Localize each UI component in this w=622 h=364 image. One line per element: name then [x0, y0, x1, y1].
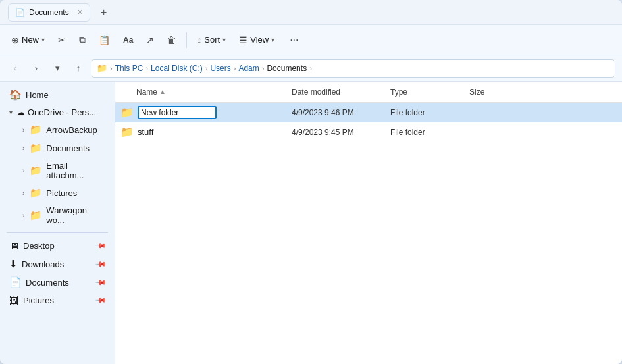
- sidebar-onedrive[interactable]: ▾ ☁ OneDrive - Pers...: [3, 104, 112, 120]
- breadcrumb-folder-icon: 📁: [97, 63, 107, 73]
- sidebar-divider: [7, 232, 108, 233]
- arrowbackup-folder-icon: 📁: [30, 124, 42, 136]
- table-row[interactable]: 📁 4/9/2023 9:46 PM File folder: [115, 103, 622, 122]
- file-date-cell-1: 4/9/2023 9:45 PM: [292, 128, 390, 137]
- onedrive-icon: ☁: [16, 107, 25, 117]
- email-chevron-icon: ›: [22, 167, 24, 174]
- breadcrumb-users[interactable]: Users: [210, 64, 230, 73]
- downloads-icon: ⬇: [9, 258, 18, 270]
- sidebar-item-pictures-pinned[interactable]: 🖼 Pictures 📌: [3, 292, 112, 309]
- delete-icon: 🗑: [167, 35, 176, 45]
- sidebar-email-label: Email attachm...: [46, 161, 105, 180]
- col-header-type[interactable]: Type: [390, 88, 469, 97]
- sidebar-item-documents-pinned[interactable]: 📄 Documents 📌: [3, 273, 112, 292]
- folder-icon-0: 📁: [120, 106, 134, 118]
- more-button[interactable]: ···: [284, 31, 303, 49]
- sidebar: 🏠 Home ▾ ☁ OneDrive - Pers... › 📁 ArrowB…: [0, 82, 115, 364]
- sidebar-home-label: Home: [26, 90, 49, 100]
- warwagon-chevron-icon: ›: [22, 212, 24, 219]
- documents-tab[interactable]: 📄 Documents ✕: [8, 3, 90, 22]
- file-explorer-window: 📄 Documents ✕ + ⊕ New ▾ ✂ ⧉ 📋 Aa ↗ 🗑: [0, 0, 622, 364]
- sidebar-item-documents-child[interactable]: › 📁 Documents: [3, 139, 112, 157]
- sidebar-item-home[interactable]: 🏠 Home: [3, 86, 112, 104]
- breadcrumb-sep-5: ›: [309, 65, 312, 72]
- forward-button[interactable]: ›: [28, 60, 45, 77]
- sidebar-pictures-label: Pictures: [46, 188, 77, 198]
- file-type-0: File folder: [390, 108, 425, 117]
- back-button[interactable]: ‹: [7, 60, 24, 77]
- documents-pinned-icon: 📄: [9, 276, 22, 288]
- email-folder-icon: 📁: [30, 165, 42, 176]
- sidebar-warwagon-label: Warwagon wo...: [46, 205, 105, 225]
- sidebar-onedrive-label: OneDrive - Pers...: [28, 107, 96, 117]
- docs-chevron-icon: ›: [22, 145, 24, 152]
- sidebar-item-desktop[interactable]: 🖥 Desktop 📌: [3, 237, 112, 255]
- rename-icon: Aa: [123, 36, 133, 45]
- new-plus-icon: ⊕: [11, 35, 19, 45]
- home-icon: 🏠: [9, 89, 22, 101]
- paste-button[interactable]: 📋: [93, 31, 116, 49]
- breadcrumb-sep-4: ›: [262, 65, 265, 72]
- breadcrumb-localdisk[interactable]: Local Disk (C:): [151, 64, 203, 73]
- tab-file-icon: 📄: [15, 8, 25, 17]
- col-size-label: Size: [469, 88, 484, 97]
- paste-icon: 📋: [99, 35, 110, 45]
- file-name-cell-0: 📁: [120, 106, 292, 119]
- view-dropdown-icon: ▾: [271, 36, 274, 43]
- documents-folder-icon: 📁: [30, 142, 42, 154]
- col-header-date[interactable]: Date modified: [292, 88, 390, 97]
- share-button[interactable]: ↗: [140, 31, 160, 49]
- tab-close-button[interactable]: ✕: [77, 9, 83, 16]
- desktop-icon: 🖥: [9, 240, 19, 251]
- sidebar-downloads-label: Downloads: [22, 259, 64, 269]
- rename-button[interactable]: Aa: [117, 32, 139, 49]
- new-button[interactable]: ⊕ New ▾: [5, 31, 51, 49]
- sidebar-item-email[interactable]: › 📁 Email attachm...: [3, 157, 112, 184]
- address-bar: ‹ › ▾ ↑ 📁 › This PC › Local Disk (C:) › …: [0, 55, 622, 82]
- col-header-name[interactable]: Name ▲: [120, 88, 292, 97]
- desktop-pin-icon: 📌: [94, 240, 107, 252]
- sort-button[interactable]: ↕ Sort ▾: [191, 31, 232, 49]
- pictures-folder-icon: 📁: [30, 187, 42, 199]
- file-name-1: stuff: [138, 127, 153, 137]
- sidebar-item-arrowbackup[interactable]: › 📁 ArrowBackup: [3, 120, 112, 139]
- delete-button[interactable]: 🗑: [161, 31, 182, 49]
- col-name-sort-icon: ▲: [159, 88, 166, 95]
- breadcrumb-thispc[interactable]: This PC: [115, 64, 143, 73]
- rename-input[interactable]: [138, 106, 217, 119]
- breadcrumb-sep-2: ›: [205, 65, 208, 72]
- sort-dropdown-icon: ▾: [222, 36, 226, 43]
- sidebar-item-pictures[interactable]: › 📁 Pictures: [3, 184, 112, 202]
- breadcrumb-documents: Documents: [267, 64, 307, 73]
- file-date-0: 4/9/2023 9:46 PM: [292, 108, 354, 117]
- new-tab-button[interactable]: +: [95, 4, 113, 21]
- breadcrumb[interactable]: 📁 › This PC › Local Disk (C:) › Users › …: [91, 59, 615, 78]
- file-type-cell-1: File folder: [390, 128, 469, 137]
- column-headers: Name ▲ Date modified Type Size: [115, 82, 622, 103]
- file-date-cell-0: 4/9/2023 9:46 PM: [292, 108, 390, 117]
- sidebar-documents-pinned-label: Documents: [26, 278, 69, 288]
- pictures-chevron-icon: ›: [22, 190, 24, 197]
- pictures-pin-icon: 📌: [94, 294, 107, 307]
- new-dropdown-icon: ▾: [41, 36, 45, 43]
- col-header-size[interactable]: Size: [469, 88, 522, 97]
- copy-button[interactable]: ⧉: [73, 30, 91, 49]
- view-button[interactable]: ☰ View ▾: [233, 31, 280, 49]
- new-label: New: [22, 35, 39, 45]
- breadcrumb-sep-0: ›: [110, 65, 113, 72]
- breadcrumb-adam[interactable]: Adam: [238, 64, 259, 73]
- sidebar-desktop-label: Desktop: [23, 241, 55, 251]
- sidebar-arrowbackup-label: ArrowBackup: [46, 125, 97, 135]
- table-row[interactable]: 📁 stuff 4/9/2023 9:45 PM File folder: [115, 122, 622, 142]
- sidebar-item-warwagon[interactable]: › 📁 Warwagon wo...: [3, 202, 112, 228]
- view-label: View: [250, 35, 269, 45]
- pictures-pinned-icon: 🖼: [9, 295, 19, 306]
- cut-button[interactable]: ✂: [52, 31, 72, 49]
- recent-locations-button[interactable]: ▾: [49, 60, 66, 77]
- copy-icon: ⧉: [79, 34, 86, 45]
- sidebar-pictures-pinned-label: Pictures: [23, 296, 54, 305]
- toolbar: ⊕ New ▾ ✂ ⧉ 📋 Aa ↗ 🗑 ↕ Sort ▾ ☰ Vie: [0, 25, 622, 55]
- sidebar-item-downloads[interactable]: ⬇ Downloads 📌: [3, 255, 112, 273]
- up-button[interactable]: ↑: [70, 60, 87, 77]
- title-bar: 📄 Documents ✕ +: [0, 0, 622, 25]
